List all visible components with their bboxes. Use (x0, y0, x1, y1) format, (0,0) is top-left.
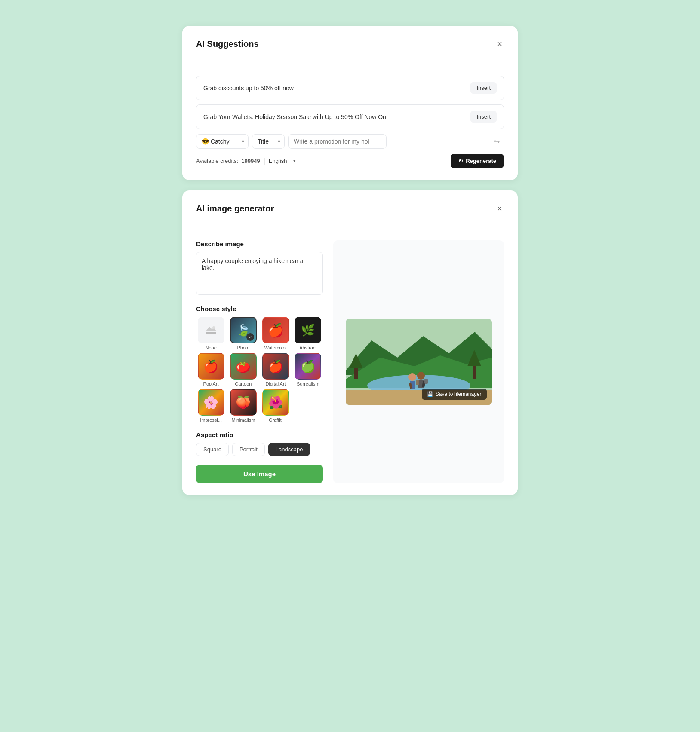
style-thumb-digitalart: 🍎 (262, 353, 289, 380)
style-item-digitalart[interactable]: 🍎 Digital Art (261, 353, 291, 386)
tone-select[interactable]: 😎 Catchy Professional Funny (196, 134, 249, 149)
style-label-graffiti: Graffiti (269, 417, 282, 423)
style-label-impressionism: Impressi... (200, 417, 222, 423)
regenerate-button[interactable]: ↻ Regenerate (451, 154, 504, 168)
credits-value: 199949 (241, 158, 260, 164)
footer-left: Available credits: 199949 | English Span… (196, 157, 296, 165)
style-label-abstract: Abstract (299, 345, 316, 350)
aspect-landscape-button[interactable]: Landscape (268, 443, 310, 456)
generated-image: 💾 Save to filemanager (346, 319, 492, 405)
insert-button-1[interactable]: Insert (470, 82, 497, 94)
insert-button-2[interactable]: Insert (470, 111, 497, 123)
suggestions-header: AI Suggestions × (196, 38, 504, 50)
prompt-input[interactable] (288, 134, 387, 149)
style-label-popart: Pop Art (203, 381, 219, 386)
svg-rect-19 (416, 380, 419, 385)
prompt-send-button[interactable]: ↪ (494, 138, 500, 146)
image-generator-header: AI image generator × (196, 202, 504, 214)
aspect-square-button[interactable]: Square (196, 443, 229, 456)
choose-style-label: Choose style (196, 305, 323, 312)
style-thumb-watercolor: 🍎 (262, 317, 289, 343)
style-label-watercolor: Watercolor (264, 345, 287, 350)
style-thumb-popart: 🍎 (198, 353, 224, 380)
describe-label: Describe image (196, 240, 323, 248)
style-item-watercolor[interactable]: 🍎 Watercolor (261, 317, 291, 350)
tone-select-wrapper: 😎 Catchy Professional Funny (196, 134, 249, 149)
style-thumb-photo: 🍃 ✓ (230, 317, 257, 343)
svg-rect-0 (206, 332, 216, 334)
style-label-none: None (205, 345, 216, 350)
style-label-photo: Photo (237, 345, 250, 350)
suggestion-item-2: Grab Your Wallets: Holiday Season Sale w… (196, 104, 504, 129)
aspect-buttons: Square Portrait Landscape (196, 443, 323, 456)
suggestions-title: AI Suggestions (196, 39, 259, 49)
save-icon: 💾 (427, 391, 433, 397)
style-thumb-none (198, 317, 224, 343)
aspect-ratio-label: Aspect ratio (196, 431, 323, 438)
style-item-photo[interactable]: 🍃 ✓ Photo (228, 317, 258, 350)
suggestions-close-button[interactable]: × (495, 38, 504, 50)
aspect-ratio-section: Aspect ratio Square Portrait Landscape (196, 431, 323, 456)
style-label-minimalism: Minimalism (231, 417, 255, 423)
style-thumb-minimalism: 🍑 (230, 389, 257, 416)
regenerate-label: Regenerate (466, 158, 496, 164)
image-left-column: Describe image A happy couple enjoying a… (196, 240, 323, 483)
style-item-abstract[interactable]: 🌿 Abstract (293, 317, 323, 350)
style-thumb-impressionism: 🌸 (198, 389, 224, 416)
type-select[interactable]: Title Body CTA (252, 134, 285, 149)
style-grid: None 🍃 ✓ Photo (196, 317, 323, 423)
footer-row: Available credits: 199949 | English Span… (196, 154, 504, 168)
svg-point-2 (212, 326, 215, 329)
type-select-wrapper: Title Body CTA (252, 134, 285, 149)
svg-point-13 (408, 373, 416, 381)
generated-image-container: 💾 Save to filemanager (333, 240, 504, 483)
prompt-wrapper: ↪ (288, 134, 504, 149)
style-label-cartoon: Cartoon (235, 381, 252, 386)
style-item-cartoon[interactable]: 🍅 Cartoon (228, 353, 258, 386)
style-label-digitalart: Digital Art (266, 381, 286, 386)
svg-rect-20 (424, 379, 428, 384)
ai-suggestions-panel: AI Suggestions × Grab discounts up to 50… (182, 26, 518, 180)
image-generator-title: AI image generator (196, 204, 274, 214)
save-to-filemanager-badge[interactable]: 💾 Save to filemanager (422, 389, 487, 400)
image-panel-body: Describe image A happy couple enjoying a… (196, 240, 504, 483)
image-generator-close-button[interactable]: × (495, 202, 504, 214)
style-thumb-cartoon: 🍅 (230, 353, 257, 380)
regenerate-icon: ↻ (458, 158, 463, 164)
footer-divider: | (264, 157, 265, 165)
describe-textarea[interactable]: A happy couple enjoying a hike near a la… (196, 252, 323, 295)
style-thumb-abstract: 🌿 (295, 317, 321, 343)
credits-text: Available credits: 199949 (196, 158, 260, 164)
style-item-graffiti[interactable]: 🌺 Graffiti (261, 389, 291, 423)
svg-point-16 (417, 372, 425, 380)
image-right-column: 💾 Save to filemanager (333, 240, 504, 483)
style-thumb-surrealism: 🍏 (295, 353, 321, 380)
suggestion-text-2: Grab Your Wallets: Holiday Season Sale w… (203, 113, 464, 120)
suggestion-item-1: Grab discounts up to 50% off now Insert (196, 76, 504, 100)
suggestion-text-1: Grab discounts up to 50% off now (203, 85, 464, 92)
save-badge-label: Save to filemanager (436, 391, 482, 397)
svg-rect-11 (473, 364, 476, 379)
style-thumb-graffiti: 🌺 (262, 389, 289, 416)
style-item-none[interactable]: None (196, 317, 226, 350)
controls-row: 😎 Catchy Professional Funny Title Body C… (196, 134, 504, 149)
style-label-surrealism: Surrealism (297, 381, 319, 386)
ai-image-generator-panel: AI image generator × Describe image A ha… (182, 190, 518, 495)
photo-check: ✓ (246, 333, 254, 341)
choose-style-section: Choose style None (196, 305, 323, 423)
aspect-portrait-button[interactable]: Portrait (232, 443, 265, 456)
style-item-surrealism[interactable]: 🍏 Surrealism (293, 353, 323, 386)
style-item-impressionism[interactable]: 🌸 Impressi... (196, 389, 226, 423)
lang-wrapper: English Spanish French (269, 158, 296, 164)
use-image-button[interactable]: Use Image (196, 465, 323, 483)
style-item-popart[interactable]: 🍎 Pop Art (196, 353, 226, 386)
style-item-minimalism[interactable]: 🍑 Minimalism (228, 389, 258, 423)
language-select[interactable]: English Spanish French (269, 158, 296, 164)
main-container: AI Suggestions × Grab discounts up to 50… (182, 26, 518, 495)
